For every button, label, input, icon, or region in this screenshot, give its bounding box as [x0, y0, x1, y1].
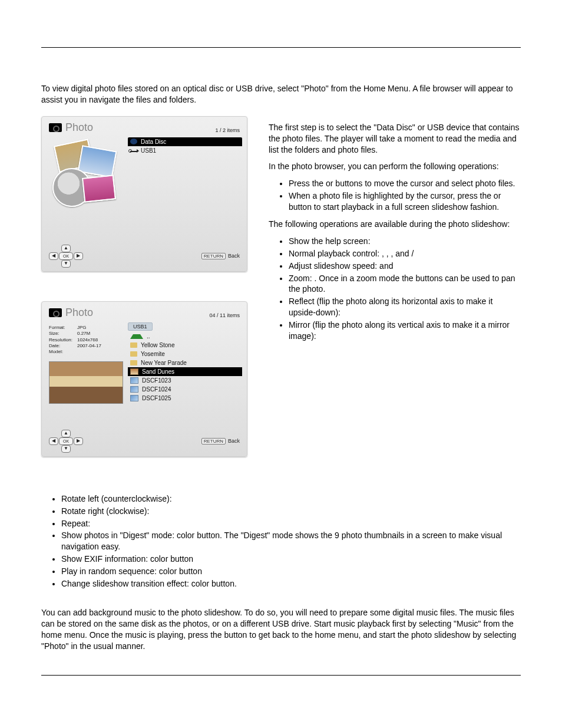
- metadata-key: Format:: [49, 325, 77, 331]
- img-icon: [130, 386, 138, 393]
- list-item[interactable]: DSCF1024: [128, 385, 242, 394]
- usb-icon: [130, 151, 137, 152]
- list-item[interactable]: Yosemite: [128, 350, 242, 358]
- intro-paragraph: To view digital photo files stored on an…: [41, 83, 521, 106]
- photo-browser-screenshot-1: Photo 1 / 2 items Data DiscUSB1: [41, 116, 247, 272]
- list-item[interactable]: DSCF1025: [128, 394, 242, 403]
- file-list: USB1 ..Yellow StoneYosemiteNew Year Para…: [128, 322, 242, 426]
- list-item[interactable]: Data Disc: [128, 137, 242, 146]
- camera-icon: [49, 123, 62, 132]
- list-item: Mirror (flip the photo along its vertica…: [289, 319, 521, 342]
- metadata-row: Format:JPG: [49, 325, 125, 331]
- metadata-key: Date:: [49, 343, 77, 349]
- img-icon: [130, 395, 138, 401]
- return-hint: RETURN Back: [201, 253, 240, 259]
- screenshot-title-text: Photo: [65, 121, 93, 134]
- left-button-icon: ◀: [49, 252, 58, 260]
- photo-preview-thumbnail: [49, 361, 123, 404]
- left-button-icon: ◀: [49, 437, 58, 445]
- list-item-label: DSCF1023: [142, 377, 171, 384]
- paragraph: The following operations are available d…: [269, 219, 521, 230]
- paragraph: In the photo browser, you can perform th…: [269, 161, 521, 172]
- return-label: Back: [228, 438, 240, 444]
- img2-icon: [130, 368, 138, 375]
- return-button-icon: RETURN: [201, 438, 226, 444]
- list-item: Change slideshow transition effect: colo…: [61, 578, 521, 589]
- list-item[interactable]: ..: [128, 332, 242, 341]
- item-count: 04 / 11 items: [209, 312, 240, 318]
- up-button-icon: ▲: [61, 245, 71, 252]
- list-item-label: DSCF1024: [142, 386, 171, 393]
- list-item[interactable]: Yellow Stone: [128, 341, 242, 350]
- dpad-icon: ▲ ◀ OK ▶ ▼: [49, 430, 83, 453]
- list-item: When a photo file is highlighted by the …: [289, 190, 521, 213]
- metadata-row: Model:: [49, 349, 125, 355]
- background-music-paragraph: You can add background music to the phot…: [41, 607, 521, 652]
- screenshot-header: Photo 04 / 11 items: [45, 305, 243, 321]
- list-item-label: Yellow Stone: [141, 342, 174, 348]
- list-item[interactable]: Sand Dunes: [128, 367, 242, 376]
- two-column-section: Photo 1 / 2 items Data DiscUSB1: [41, 116, 521, 486]
- up-icon: [130, 334, 143, 339]
- return-button-icon: RETURN: [201, 253, 226, 259]
- thumbnail-panel: [45, 136, 128, 242]
- list-item: Reflect (flip the photo along its horizo…: [289, 296, 521, 318]
- disc-icon: [130, 139, 137, 144]
- list-item[interactable]: New Year Parade: [128, 358, 242, 367]
- img-icon: [130, 377, 138, 384]
- return-label: Back: [228, 253, 240, 259]
- list-item: Rotate right (clockwise):: [61, 506, 521, 517]
- metadata-row: Date:2007-04-17: [49, 343, 125, 349]
- top-rule: [41, 47, 521, 48]
- ok-button-icon: OK: [59, 437, 73, 445]
- metadata-value: 0.27M: [77, 331, 90, 337]
- list-item: Show photos in "Digest" mode: color butt…: [61, 530, 521, 552]
- metadata-value: JPG: [77, 325, 87, 331]
- fold-icon: [130, 351, 137, 357]
- metadata-key: Resolution:: [49, 337, 77, 343]
- list-item: Zoom: . Once in a zoom mode the buttons …: [289, 273, 521, 295]
- metadata-value: 1024x768: [77, 337, 98, 343]
- list-item-label: DSCF1025: [142, 395, 171, 401]
- list-item-label: New Year Parade: [141, 360, 187, 366]
- list-item: Adjust slideshow speed: and: [289, 261, 521, 272]
- page: To view digital photo files stored on an…: [0, 0, 562, 728]
- nav-hints: ▲ ◀ OK ▶ ▼ RETURN Back: [45, 242, 243, 269]
- photo-browser-screenshot-2: Photo 04 / 11 items Format:JPGSize:0.27M…: [41, 301, 247, 457]
- right-button-icon: ▶: [74, 252, 83, 260]
- list-item: Repeat:: [61, 518, 521, 529]
- right-column: The first step is to select the "Data Di…: [269, 116, 521, 486]
- ok-button-icon: OK: [59, 252, 73, 260]
- right-button-icon: ▶: [74, 437, 83, 445]
- list-item[interactable]: DSCF1023: [128, 376, 242, 385]
- paragraph: The first step is to select the "Data Di…: [269, 122, 521, 156]
- dpad-icon: ▲ ◀ OK ▶ ▼: [49, 245, 83, 268]
- fold-icon: [130, 342, 137, 348]
- browser-operations-list: Press the or buttons to move the cursor …: [269, 178, 521, 213]
- list-item-label: ..: [147, 333, 150, 340]
- list-item: Show the help screen:: [289, 236, 521, 247]
- item-count: 1 / 2 items: [215, 127, 240, 133]
- left-column: Photo 1 / 2 items Data DiscUSB1: [41, 116, 253, 486]
- source-list: Data DiscUSB1: [128, 137, 242, 241]
- list-item: Play in random sequence: color button: [61, 566, 521, 577]
- location-tab: USB1: [128, 322, 153, 331]
- screenshot-title-text: Photo: [65, 307, 93, 319]
- screenshot-title: Photo: [49, 307, 93, 319]
- down-button-icon: ▼: [61, 260, 71, 268]
- list-item: Press the or buttons to move the cursor …: [289, 178, 521, 189]
- list-item[interactable]: USB1: [128, 146, 242, 155]
- camera-icon: [49, 308, 62, 317]
- list-item-label: Yosemite: [141, 351, 165, 357]
- photo-collage-icon: [50, 142, 121, 207]
- metadata-row: Resolution:1024x768: [49, 337, 125, 343]
- bottom-rule: [41, 675, 521, 676]
- screenshot-body: Format:JPGSize:0.27MResolution:1024x768D…: [45, 321, 243, 427]
- list-item: Show EXIF information: color button: [61, 554, 521, 565]
- additional-operations-list: Rotate left (counterclockwise):Rotate ri…: [41, 493, 521, 589]
- list-item: Rotate left (counterclockwise):: [61, 493, 521, 505]
- fold-icon: [130, 360, 137, 365]
- screenshot-header: Photo 1 / 2 items: [45, 120, 243, 136]
- metadata-key: Size:: [49, 331, 77, 337]
- list-item-label: Data Disc: [141, 139, 166, 145]
